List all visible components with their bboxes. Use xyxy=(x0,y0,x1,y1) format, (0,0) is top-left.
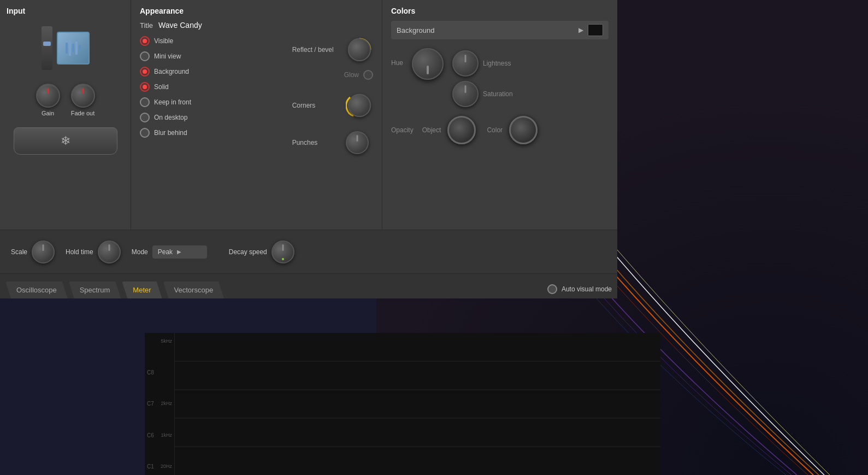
option-visible[interactable]: Visible xyxy=(140,36,276,46)
mode-group: Mode Peak ▶ xyxy=(132,245,207,259)
tab-vectorscope[interactable]: Vectorscope xyxy=(163,282,225,298)
freq-20: 20Hz xyxy=(161,464,172,470)
mode-label: Mode xyxy=(132,248,148,256)
option-solid[interactable]: Solid xyxy=(140,82,276,92)
option-blur-behind[interactable]: Blur behind xyxy=(140,128,276,138)
background-selector-label: Background xyxy=(397,26,574,34)
tab-oscilloscope[interactable]: Oscilloscope xyxy=(5,282,68,298)
lightness-saturation-col: Lightness Saturation xyxy=(452,50,521,107)
background-color-swatch[interactable] xyxy=(588,24,603,36)
title-row: Title Wave Candy xyxy=(140,21,373,30)
reflect-bevel-knob[interactable] xyxy=(348,38,371,61)
color-knob[interactable] xyxy=(509,116,538,144)
gain-label: Gain xyxy=(42,110,54,116)
input-panel: Input xyxy=(0,0,131,230)
input-title: Input xyxy=(7,7,124,15)
hue-knob[interactable] xyxy=(412,48,444,80)
freq-5k: 5kHz xyxy=(161,338,172,344)
note-c6: C6 xyxy=(147,432,154,438)
option-background[interactable]: Background xyxy=(140,67,276,77)
radio-background xyxy=(140,67,150,77)
spectrum-y-axis: 5kHz C8 C7 2kHz C6 1kHz C1 20Hz xyxy=(145,333,175,475)
saturation-label: Saturation xyxy=(483,90,521,98)
mode-dropdown[interactable]: Peak ▶ xyxy=(152,245,207,259)
spec-label-c8: C8 xyxy=(147,370,172,376)
hold-time-label: Hold time xyxy=(66,248,93,256)
punches-knob[interactable] xyxy=(346,131,369,154)
svg-rect-6 xyxy=(79,45,81,51)
freq-2k: 2kHz xyxy=(161,401,172,407)
appearance-panel: Appearance Title Wave Candy Visible Mini… xyxy=(131,0,382,230)
glow-group: Glow xyxy=(344,70,373,80)
top-section: Input xyxy=(0,0,617,230)
radio-keep-in-front-label: Keep in front xyxy=(154,98,191,106)
appearance-content: Visible Mini view Background Solid xyxy=(140,36,373,154)
corners-knob[interactable] xyxy=(348,94,371,117)
decay-speed-knob[interactable] xyxy=(271,241,294,263)
radio-on-desktop-label: On desktop xyxy=(154,114,187,121)
decay-speed-group: Decay speed xyxy=(229,241,294,263)
note-c8: C8 xyxy=(147,370,154,376)
radio-visible-label: Visible xyxy=(154,37,173,45)
radio-solid xyxy=(140,82,150,92)
scale-knob[interactable] xyxy=(32,241,55,263)
radio-visible xyxy=(140,36,150,46)
fadeout-knob[interactable] xyxy=(71,84,95,108)
hold-time-group: Hold time xyxy=(66,241,121,263)
knob-row: Gain Fade out xyxy=(36,84,95,116)
color-knobs-grid: Hue Lightness Saturation xyxy=(391,48,609,107)
radio-mini-view-label: Mini view xyxy=(154,52,181,60)
colors-title: Colors xyxy=(391,7,609,15)
reflect-bevel-label: Reflect / bevel xyxy=(292,46,341,54)
option-keep-in-front[interactable]: Keep in front xyxy=(140,97,276,107)
mode-value: Peak xyxy=(158,248,173,256)
background-arrow-icon: ▶ xyxy=(578,26,583,34)
option-on-desktop[interactable]: On desktop xyxy=(140,113,276,122)
saturation-group: Saturation xyxy=(452,81,521,107)
waveform-icon xyxy=(57,32,90,64)
appearance-knobs: Reflect / bevel Glow xyxy=(287,36,373,154)
title-value: Wave Candy xyxy=(158,21,202,30)
glow-label: Glow xyxy=(344,71,359,79)
svg-rect-4 xyxy=(72,44,74,52)
colors-panel: Colors Background ▶ Hue Lightness xyxy=(382,0,617,230)
radio-on-desktop xyxy=(140,113,150,122)
object-label: Object xyxy=(422,126,441,134)
option-mini-view[interactable]: Mini view xyxy=(140,51,276,61)
plugin-panel: Input xyxy=(0,0,617,298)
gain-knob[interactable] xyxy=(36,84,60,108)
fadeout-knob-container: Fade out xyxy=(71,84,95,116)
auto-visual-toggle[interactable] xyxy=(547,284,557,294)
gain-slider[interactable] xyxy=(42,26,52,70)
color-label-text: Color xyxy=(487,126,503,134)
spec-label-c1: C1 20Hz xyxy=(147,464,172,470)
lightness-group: Lightness xyxy=(452,50,521,77)
input-controls: Gain Fade out ❄ xyxy=(7,21,124,155)
svg-rect-5 xyxy=(75,42,78,55)
opacity-row: Opacity Object Color xyxy=(391,116,609,144)
options-list: Visible Mini view Background Solid xyxy=(140,36,276,154)
saturation-knob[interactable] xyxy=(452,81,479,107)
mode-arrow-icon: ▶ xyxy=(177,249,181,255)
object-knob[interactable] xyxy=(447,116,476,144)
background-selector[interactable]: Background ▶ xyxy=(391,21,609,39)
note-c1: C1 xyxy=(147,464,154,470)
note-c7: C7 xyxy=(147,401,154,407)
tab-spectrum[interactable]: Spectrum xyxy=(69,282,121,298)
lightness-knob[interactable] xyxy=(452,50,479,77)
hold-time-knob[interactable] xyxy=(98,241,121,263)
freeze-button[interactable]: ❄ xyxy=(14,127,117,155)
spec-label-5k: 5kHz xyxy=(147,338,172,344)
auto-visual-label: Auto visual mode xyxy=(562,285,612,293)
reflect-bevel-knob-wrap xyxy=(346,36,373,63)
opacity-label: Opacity xyxy=(391,126,414,134)
svg-rect-3 xyxy=(69,40,71,56)
scale-label: Scale xyxy=(11,248,27,256)
tab-meter[interactable]: Meter xyxy=(122,282,162,298)
punches-label: Punches xyxy=(292,139,341,146)
tabs-row: Oscilloscope Spectrum Meter Vectorscope … xyxy=(0,273,617,298)
radio-blur-behind xyxy=(140,128,150,138)
spectrum-grid xyxy=(175,333,660,475)
glow-toggle[interactable] xyxy=(363,70,373,80)
radio-blur-behind-label: Blur behind xyxy=(154,129,187,137)
